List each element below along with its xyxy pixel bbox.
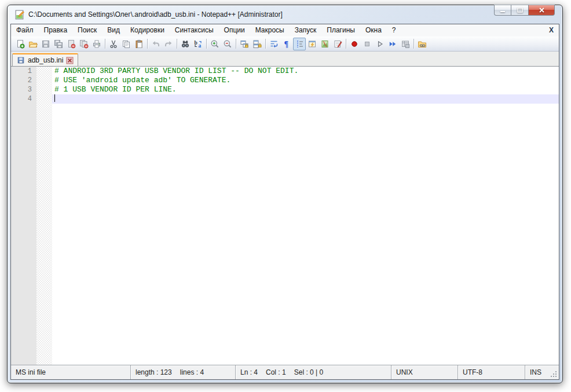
toolbar-separator bbox=[236, 39, 236, 49]
save-icon bbox=[41, 39, 50, 49]
tab-adb-usb-ini[interactable]: adb_usb.ini bbox=[12, 53, 78, 66]
open-folder-workspace-button[interactable] bbox=[416, 38, 429, 50]
word-wrap-button[interactable] bbox=[268, 38, 280, 50]
bookmark-margin-cell[interactable] bbox=[36, 67, 52, 76]
bookmark-margin-cell[interactable] bbox=[36, 76, 52, 85]
close-button[interactable] bbox=[529, 5, 555, 16]
menu-settings[interactable]: Опции bbox=[219, 24, 250, 36]
save-button bbox=[39, 38, 52, 50]
line-number[interactable]: 3 bbox=[11, 85, 36, 94]
line-number-gutter bbox=[11, 67, 36, 365]
svg-text:¶: ¶ bbox=[284, 40, 289, 49]
show-all-characters-button[interactable]: ¶ bbox=[280, 38, 293, 50]
tab-close-icon[interactable] bbox=[66, 57, 74, 64]
paste-button[interactable] bbox=[133, 38, 145, 50]
code-line[interactable]: # USE 'android update adb' TO GENERATE. bbox=[52, 76, 559, 85]
copy-button[interactable] bbox=[120, 38, 133, 50]
menu-bar: ФайлПравкаПоискВидКодировкиСинтаксисыОпц… bbox=[11, 24, 559, 36]
close-all-icon bbox=[79, 39, 89, 49]
code-row: 4 bbox=[11, 94, 559, 104]
find-icon bbox=[181, 39, 190, 49]
bookmark-margin-cell[interactable] bbox=[36, 85, 52, 94]
line-number[interactable]: 2 bbox=[11, 76, 36, 85]
status-eol-format[interactable]: UNIX bbox=[396, 368, 413, 376]
status-doc-type: MS ini file bbox=[16, 368, 46, 376]
code-lines: 1# ANDROID 3RD PARTY USB VENDOR ID LIST … bbox=[11, 67, 559, 104]
toolbar-separator bbox=[265, 39, 266, 49]
svg-text:b: b bbox=[195, 39, 197, 45]
macro-play-button[interactable] bbox=[374, 38, 386, 50]
close-all-button bbox=[78, 38, 90, 50]
zoom-out-button[interactable] bbox=[221, 38, 234, 50]
toolbar-separator bbox=[105, 39, 105, 49]
menu-edit[interactable]: Правка bbox=[39, 24, 73, 36]
menu-macro[interactable]: Макросы bbox=[250, 24, 290, 36]
macro-record-button[interactable] bbox=[348, 38, 361, 50]
bookmark-margin[interactable] bbox=[36, 67, 52, 365]
menu-plugins[interactable]: Плагины bbox=[321, 24, 360, 36]
status-length: length : 123 bbox=[136, 368, 172, 376]
undo-button bbox=[149, 38, 162, 50]
menu-language[interactable]: Синтаксисы bbox=[170, 24, 219, 36]
code-line[interactable]: # 1 USB VENDOR ID PER LINE. bbox=[52, 85, 559, 94]
minimize-icon bbox=[500, 8, 506, 13]
tab-bar: adb_usb.ini bbox=[11, 52, 559, 67]
minimize-button[interactable] bbox=[494, 5, 511, 16]
toolbar-separator bbox=[177, 39, 177, 49]
status-cursor-col: Col : 1 bbox=[266, 368, 286, 376]
menu-help[interactable]: ? bbox=[387, 24, 401, 36]
bookmark-margin-cell[interactable] bbox=[36, 94, 52, 104]
document-map-button[interactable] bbox=[319, 38, 331, 50]
status-insert-mode[interactable]: INS bbox=[530, 368, 541, 376]
code-line[interactable]: # ANDROID 3RD PARTY USB VENDOR ID LIST -… bbox=[52, 67, 559, 76]
status-cursor-line: Ln : 4 bbox=[240, 368, 258, 376]
user-defined-dialog-button[interactable] bbox=[306, 38, 319, 50]
editor[interactable]: 1# ANDROID 3RD PARTY USB VENDOR ID LIST … bbox=[11, 67, 559, 365]
save-all-button bbox=[52, 38, 65, 50]
svg-text:a: a bbox=[199, 43, 202, 49]
macro-run-multiple-icon bbox=[388, 39, 397, 49]
close-button bbox=[65, 38, 78, 50]
notepad-plus-plus-icon bbox=[14, 10, 24, 20]
resize-grip[interactable] bbox=[550, 371, 558, 378]
menu-file[interactable]: Файл bbox=[11, 24, 39, 36]
word-wrap-icon bbox=[269, 39, 279, 49]
macro-save-button bbox=[399, 38, 412, 50]
function-list-icon bbox=[333, 39, 342, 49]
toolbar: ba¶ bbox=[11, 36, 559, 52]
status-selection: Sel : 0 | 0 bbox=[294, 368, 323, 376]
document-close-x-button[interactable]: X bbox=[549, 24, 554, 36]
print-button[interactable] bbox=[90, 38, 103, 50]
toolbar-separator bbox=[206, 39, 207, 49]
line-number[interactable]: 4 bbox=[11, 94, 36, 104]
line-number[interactable]: 1 bbox=[11, 67, 36, 76]
open-file-button[interactable] bbox=[27, 38, 39, 50]
toolbar-separator bbox=[346, 39, 346, 49]
title-bar[interactable]: C:\Documents and Settings\Олег\.android\… bbox=[8, 5, 562, 24]
status-encoding[interactable]: UTF-8 bbox=[463, 368, 482, 376]
menu-window[interactable]: Окна bbox=[360, 24, 387, 36]
replace-button[interactable]: ba bbox=[192, 38, 204, 50]
sync-horizontal-button[interactable] bbox=[251, 38, 263, 50]
close-icon bbox=[67, 39, 76, 49]
menu-search[interactable]: Поиск bbox=[72, 24, 102, 36]
menu-view[interactable]: Вид bbox=[102, 24, 125, 36]
function-list-button[interactable] bbox=[331, 38, 344, 50]
code-line[interactable] bbox=[52, 94, 559, 104]
menu-run[interactable]: Запуск bbox=[290, 24, 322, 36]
zoom-in-icon bbox=[210, 39, 219, 49]
code-row: 3# 1 USB VENDOR ID PER LINE. bbox=[11, 85, 559, 94]
menu-encoding[interactable]: Кодировки bbox=[125, 24, 170, 36]
print-icon bbox=[92, 39, 101, 49]
cut-button[interactable] bbox=[107, 38, 120, 50]
zoom-in-button[interactable] bbox=[208, 38, 221, 50]
window-title: C:\Documents and Settings\Олег\.android\… bbox=[28, 10, 283, 19]
sync-vertical-button[interactable] bbox=[238, 38, 251, 50]
maximize-button[interactable] bbox=[511, 5, 529, 16]
saved-file-icon bbox=[17, 56, 25, 64]
open-file-icon bbox=[28, 39, 38, 49]
find-button[interactable] bbox=[179, 38, 192, 50]
macro-run-multiple-button[interactable] bbox=[386, 38, 399, 50]
new-file-button[interactable] bbox=[14, 38, 27, 50]
indent-guide-button[interactable] bbox=[293, 38, 306, 50]
